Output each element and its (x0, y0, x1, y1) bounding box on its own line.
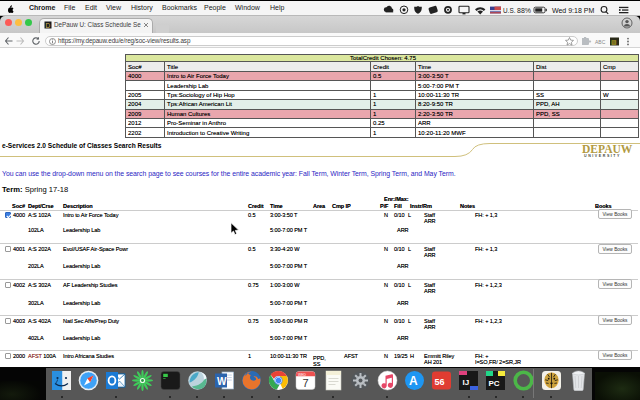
svg-text:W: W (217, 376, 227, 387)
svg-text:PC: PC (489, 379, 500, 388)
svg-text:D: D (46, 22, 51, 29)
svg-text:7: 7 (303, 377, 309, 389)
svg-text:Wed 9:18 PM: Wed 9:18 PM (552, 7, 594, 14)
svg-text:ABC: ABC (595, 38, 606, 44)
svg-text:88%: 88% (517, 7, 531, 14)
svg-text:U.S.: U.S. (503, 7, 516, 14)
svg-text:A: A (409, 374, 418, 388)
svg-text:56: 56 (434, 377, 444, 387)
svg-text:IJ: IJ (463, 378, 470, 387)
svg-text:▨: ▨ (611, 39, 617, 45)
